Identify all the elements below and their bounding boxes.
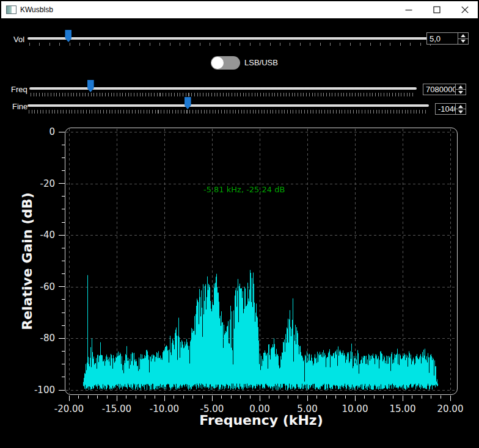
fine-slider-tickmarks <box>29 110 426 114</box>
freq-slider-handle[interactable] <box>87 80 94 92</box>
x-minor-tick <box>231 396 232 399</box>
x-minor-tick <box>279 396 279 399</box>
fine-slider[interactable] <box>27 104 429 107</box>
freq-slider-tickmarks <box>31 93 414 96</box>
x-minor-tick <box>316 396 317 399</box>
arrow-up-icon <box>461 34 466 37</box>
x-major-tick <box>117 396 117 401</box>
fine-label: Fine <box>12 102 27 111</box>
y-minor-tick <box>62 196 65 197</box>
vol-spin-down-button[interactable] <box>458 39 468 45</box>
cursor-readout: -5.81 kHz, -25.24 dB <box>203 185 285 194</box>
x-tick-label: -10.00 <box>143 403 186 414</box>
x-major-tick <box>69 396 70 401</box>
maximize-button[interactable] <box>423 1 451 18</box>
x-minor-tick <box>183 396 184 399</box>
x-minor-tick <box>412 396 412 399</box>
freq-spinbox-input[interactable] <box>423 84 455 95</box>
y-tick-label: -40 <box>17 229 55 240</box>
lsb-usb-toggle[interactable] <box>211 56 240 70</box>
spectrum-canvas[interactable] <box>65 128 457 394</box>
fine-spinbox[interactable] <box>435 103 466 115</box>
x-minor-tick <box>202 396 203 399</box>
vol-spinbox-input[interactable] <box>427 33 458 44</box>
y-tick-label: -20 <box>17 178 55 189</box>
x-major-tick <box>260 396 260 401</box>
x-minor-tick <box>335 396 336 399</box>
x-minor-tick <box>145 396 145 399</box>
freq-spin-up-button[interactable] <box>456 84 466 90</box>
x-minor-tick <box>250 396 250 399</box>
fine-spinbox-input[interactable] <box>436 104 455 114</box>
x-minor-tick <box>88 396 89 399</box>
y-major-tick <box>59 390 65 391</box>
x-minor-tick <box>192 396 193 399</box>
close-icon <box>461 6 469 13</box>
y-major-tick <box>59 132 65 132</box>
y-tick-label: -60 <box>17 281 55 292</box>
y-minor-tick <box>62 145 65 145</box>
y-minor-tick <box>62 248 65 248</box>
y-minor-tick <box>62 325 65 326</box>
x-minor-tick <box>298 396 298 399</box>
y-minor-tick <box>62 222 65 223</box>
arrow-down-icon <box>458 110 463 114</box>
y-tick-label: -80 <box>17 333 55 344</box>
vol-spinbox[interactable] <box>426 32 469 45</box>
y-axis-title: Relative Gain (dB) <box>20 192 35 330</box>
y-minor-tick <box>62 377 65 377</box>
y-minor-tick <box>62 364 65 364</box>
app-window: KWusblsb Vol LSB/ <box>0 0 479 448</box>
fine-spin-down-button[interactable] <box>456 109 466 114</box>
y-minor-tick <box>62 170 65 171</box>
vol-label: Vol <box>13 35 24 44</box>
x-minor-tick <box>78 396 79 399</box>
freq-slider[interactable] <box>29 87 417 90</box>
x-minor-tick <box>441 396 441 399</box>
x-major-tick <box>450 396 451 401</box>
x-tick-label: 5.00 <box>286 403 329 414</box>
x-minor-tick <box>136 396 136 399</box>
minimize-button[interactable] <box>395 1 423 18</box>
x-major-tick <box>164 396 165 401</box>
freq-spin-down-button[interactable] <box>456 90 466 95</box>
toggle-knob[interactable] <box>211 57 224 69</box>
y-major-tick <box>59 338 65 339</box>
x-minor-tick <box>383 396 384 399</box>
x-tick-label: 15.00 <box>381 403 424 414</box>
x-minor-tick <box>422 396 422 399</box>
x-tick-label: -5.00 <box>191 403 233 414</box>
y-minor-tick <box>62 299 65 300</box>
x-tick-label: 0.00 <box>238 403 281 414</box>
x-minor-tick <box>221 396 222 399</box>
title-bar[interactable]: KWusblsb <box>1 1 478 18</box>
y-major-tick <box>59 183 65 184</box>
y-minor-tick <box>62 209 65 209</box>
x-minor-tick <box>393 396 393 399</box>
x-tick-label: 10.00 <box>334 403 376 414</box>
fine-spin-up-button[interactable] <box>456 104 466 109</box>
vol-slider-handle[interactable] <box>65 30 71 42</box>
x-major-tick <box>403 396 403 401</box>
x-major-tick <box>307 396 308 401</box>
x-minor-tick <box>269 396 269 399</box>
fine-slider-handle[interactable] <box>185 97 191 109</box>
freq-label: Freq <box>11 85 27 94</box>
spectrum-plot-frame <box>65 128 458 395</box>
window-title: KWusblsb <box>20 5 53 14</box>
arrow-up-icon <box>458 105 463 108</box>
vol-slider[interactable] <box>27 37 431 40</box>
y-minor-tick <box>62 313 65 313</box>
minimize-icon <box>405 6 412 13</box>
x-minor-tick <box>240 396 241 399</box>
x-minor-tick <box>364 396 365 399</box>
y-major-tick <box>59 235 65 236</box>
vol-spin-up-button[interactable] <box>458 33 468 39</box>
x-minor-tick <box>174 396 174 399</box>
freq-spinbox[interactable] <box>423 84 466 95</box>
x-major-tick <box>212 396 213 401</box>
arrow-down-icon <box>458 91 463 94</box>
close-button[interactable] <box>451 1 479 18</box>
arrow-up-icon <box>458 85 463 89</box>
x-minor-tick <box>374 396 375 399</box>
